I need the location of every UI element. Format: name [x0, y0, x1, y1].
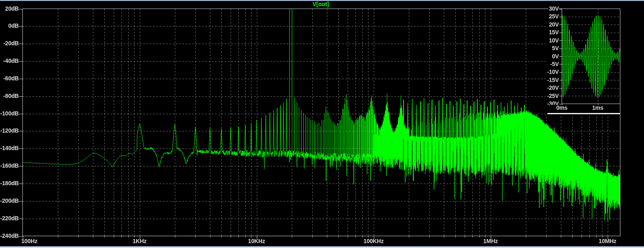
inset-y-axis-tick-label: -5V [549, 61, 559, 67]
inset-x-axis-tick-label: 1ms [586, 105, 610, 111]
fft-plot-canvas[interactable] [0, 0, 644, 248]
y-axis-tick-label: 0dB [7, 23, 19, 29]
inset-y-axis-tick-label: -10V [546, 69, 559, 75]
y-axis-tick-label: -100dB [0, 111, 19, 117]
y-axis-tick-label: -180dB [0, 180, 19, 186]
inset-y-axis-tick-label: 20V [548, 22, 559, 28]
inset-y-axis-tick-label: 0V [551, 53, 559, 60]
inset-y-axis-tick-label: 15V [548, 29, 559, 35]
y-axis-tick-label: -220dB [0, 215, 19, 221]
y-axis-tick-label: -60dB [2, 75, 19, 82]
y-axis-tick-label: -20dB [2, 40, 19, 46]
trace-title[interactable]: V[out] [296, 1, 345, 7]
x-axis-tick-label: 1MHz [472, 238, 509, 244]
x-axis-tick-label: 1KHz [121, 238, 158, 244]
x-axis-tick-label: 100Hz [11, 238, 48, 244]
window-chrome-bottom-edge [0, 246, 644, 248]
inset-y-axis-tick-label: 10V [548, 38, 559, 44]
window-chrome-top-edge [0, 0, 644, 1]
y-axis-tick-label: -80dB [2, 93, 19, 99]
y-axis-tick-label: -120dB [0, 128, 19, 134]
x-axis-tick-label: 10KHz [238, 238, 275, 244]
inset-y-axis-tick-label: -25V [546, 93, 559, 99]
inset-y-axis-tick-label: 25V [548, 13, 559, 20]
y-axis-tick-label: -140dB [0, 145, 19, 151]
inset-y-axis-tick-label: -15V [546, 77, 559, 83]
y-axis-tick-label: 20dB [4, 6, 19, 12]
inset-y-axis-tick-label: 5V [551, 45, 559, 51]
y-axis-tick-label: -200dB [0, 198, 19, 204]
inset-y-axis-tick-label: 30V [548, 6, 559, 12]
inset-y-axis-tick-label: -20V [546, 85, 559, 91]
x-axis-tick-label: 10MHz [589, 238, 626, 244]
inset-x-axis-tick-label: 0ms [550, 105, 574, 111]
x-axis-tick-label: 100KHz [355, 238, 392, 244]
y-axis-tick-label: -160dB [0, 163, 19, 169]
ltspice-plot-window: V[out] 20dB0dB-20dB-40dB-60dB-80dB-100dB… [0, 0, 644, 248]
y-axis-tick-label: -40dB [2, 58, 19, 64]
